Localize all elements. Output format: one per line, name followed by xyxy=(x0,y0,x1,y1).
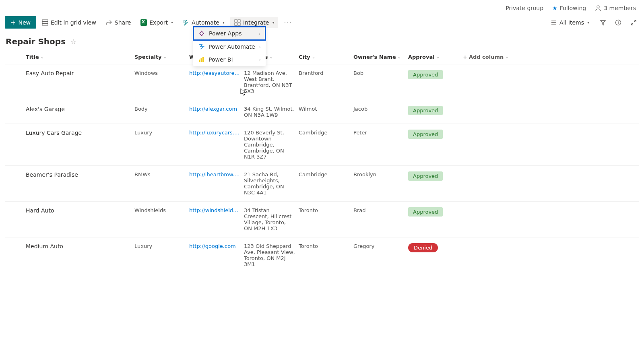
website-link[interactable]: http://luxurycars.com xyxy=(189,130,242,136)
star-icon: ★ xyxy=(552,5,557,11)
cell-specialty: Luxury xyxy=(134,130,189,136)
cell-approval: Approved xyxy=(408,207,463,217)
view-selector[interactable]: All Items ▾ xyxy=(547,17,593,28)
cell-address: 123 Old Sheppard Ave, Pleasant View, Tor… xyxy=(244,243,299,267)
integrate-dropdown: Power Apps › Power Automate › Power BI › xyxy=(193,26,266,66)
cell-title[interactable]: Medium Auto xyxy=(26,243,134,250)
info-button[interactable] xyxy=(613,17,624,28)
column-headers: Title⌄ Specialty⌄ Website⌄ Address⌄ City… xyxy=(5,50,639,64)
more-actions-button[interactable]: ··· xyxy=(280,16,296,29)
edit-grid-button[interactable]: Edit in grid view xyxy=(38,17,100,28)
chevron-right-icon: › xyxy=(259,31,260,36)
expand-button[interactable] xyxy=(628,17,639,28)
members-label: 3 members xyxy=(604,5,636,11)
share-label: Share xyxy=(115,19,131,26)
list-grid: Title⌄ Specialty⌄ Website⌄ Address⌄ City… xyxy=(0,50,644,273)
chevron-down-icon: ▾ xyxy=(171,20,173,25)
website-link[interactable]: http://easyautorepair.c... xyxy=(189,70,242,76)
cell-owner: Gregory xyxy=(353,243,408,249)
new-label: New xyxy=(18,19,31,26)
chevron-down-icon: ⌄ xyxy=(398,55,401,59)
website-link[interactable]: http://google.com xyxy=(189,243,236,249)
grid-icon xyxy=(42,19,48,26)
cell-approval: Approved xyxy=(408,70,463,79)
cell-address: 34 King St, Wilmot, ON N3A 1W9 xyxy=(244,106,299,118)
cell-website: http://easyautorepair.c... xyxy=(189,70,244,77)
new-button[interactable]: + New xyxy=(5,16,36,29)
cell-specialty: Windshields xyxy=(134,207,189,213)
svg-rect-8 xyxy=(235,23,237,25)
cell-specialty: Body xyxy=(134,106,189,112)
favorite-toggle[interactable]: ☆ xyxy=(70,38,76,45)
menu-power-bi[interactable]: Power BI › xyxy=(193,53,266,66)
cell-owner: Jacob xyxy=(353,106,408,112)
cell-title[interactable]: Easy Auto Repair xyxy=(26,70,134,76)
approval-badge: Approved xyxy=(408,207,443,217)
list-title: Repair Shops xyxy=(6,37,66,46)
menu-power-automate[interactable]: Power Automate › xyxy=(193,40,266,53)
menu-power-apps[interactable]: Power Apps › xyxy=(193,26,266,41)
menu-power-bi-label: Power BI xyxy=(208,56,233,63)
table-row[interactable]: Hard AutoWindshieldshttp://windshieldhar… xyxy=(5,201,639,237)
svg-rect-12 xyxy=(202,57,204,62)
cell-title[interactable]: Luxury Cars Garage xyxy=(26,130,134,136)
cell-city: Brantford xyxy=(299,70,353,76)
command-bar: + New Edit in grid view Share Export ▾ A… xyxy=(0,14,644,32)
automate-icon xyxy=(183,19,189,26)
filter-button[interactable] xyxy=(597,17,609,28)
export-button[interactable]: Export ▾ xyxy=(136,17,177,28)
svg-point-17 xyxy=(618,21,619,22)
site-info-bar: Private group ★ Following 3 members xyxy=(0,0,644,14)
cell-specialty: Luxury xyxy=(134,243,189,249)
members-link[interactable]: 3 members xyxy=(595,5,636,11)
website-link[interactable]: http://iheartbmw.com xyxy=(189,171,242,177)
svg-rect-9 xyxy=(238,23,240,25)
share-icon xyxy=(106,19,112,26)
cell-city: Toronto xyxy=(299,207,353,213)
cell-city: Wilmot xyxy=(299,106,353,112)
col-specialty[interactable]: Specialty⌄ xyxy=(134,54,189,60)
svg-rect-10 xyxy=(199,60,200,62)
website-link[interactable]: http://windshieldharda... xyxy=(189,207,242,213)
cell-address: 120 Beverly St, Downtown Cambridge, Camb… xyxy=(244,130,299,160)
approval-badge: Approved xyxy=(408,106,443,115)
integrate-label: Integrate xyxy=(243,19,269,26)
col-city[interactable]: City⌄ xyxy=(299,54,353,60)
cell-address: 21 Sacha Rd, Silverheights, Cambridge, O… xyxy=(244,171,299,196)
approval-badge: Approved xyxy=(408,130,443,139)
power-bi-icon xyxy=(198,56,204,63)
following-label: Following xyxy=(560,5,586,11)
chevron-down-icon: ⌄ xyxy=(41,55,44,59)
add-column-button[interactable]: +Add column⌄ xyxy=(463,54,523,60)
integrate-icon xyxy=(234,19,241,26)
col-owner[interactable]: Owner's Name⌄ xyxy=(353,54,408,60)
cell-website: http://google.com xyxy=(189,243,244,250)
approval-badge: Approved xyxy=(408,171,443,181)
list-icon xyxy=(551,19,557,26)
cell-owner: Brooklyn xyxy=(353,171,408,177)
cell-website: http://alexgar.com xyxy=(189,106,244,113)
following-toggle[interactable]: ★ Following xyxy=(552,5,586,11)
cell-website: http://iheartbmw.com xyxy=(189,171,244,179)
website-link[interactable]: http://alexgar.com xyxy=(189,106,237,112)
cell-title[interactable]: Beamer's Paradise xyxy=(26,171,134,178)
chevron-down-icon: ⌄ xyxy=(163,55,167,59)
chevron-right-icon: › xyxy=(259,58,261,62)
cell-title[interactable]: Alex's Garage xyxy=(26,106,134,112)
col-title[interactable]: Title⌄ xyxy=(26,54,134,60)
power-apps-icon xyxy=(198,30,205,37)
menu-power-apps-label: Power Apps xyxy=(209,30,242,37)
col-approval[interactable]: Approval⌄ xyxy=(408,54,463,60)
table-row[interactable]: Alex's GarageBodyhttp://alexgar.com34 Ki… xyxy=(5,100,639,124)
table-row[interactable]: Luxury Cars GarageLuxuryhttp://luxurycar… xyxy=(5,124,639,165)
cell-title[interactable]: Hard Auto xyxy=(26,207,134,214)
cell-owner: Brad xyxy=(353,207,408,213)
table-row[interactable]: Easy Auto RepairWindowshttp://easyautore… xyxy=(5,64,639,100)
share-button[interactable]: Share xyxy=(102,17,135,28)
table-row[interactable]: Medium AutoLuxuryhttp://google.com123 Ol… xyxy=(5,237,639,273)
export-label: Export xyxy=(149,19,168,26)
person-icon xyxy=(595,5,601,11)
table-row[interactable]: Beamer's ParadiseBMWshttp://iheartbmw.co… xyxy=(5,165,639,201)
chevron-down-icon: ⌄ xyxy=(269,55,272,59)
power-automate-icon xyxy=(198,43,204,50)
